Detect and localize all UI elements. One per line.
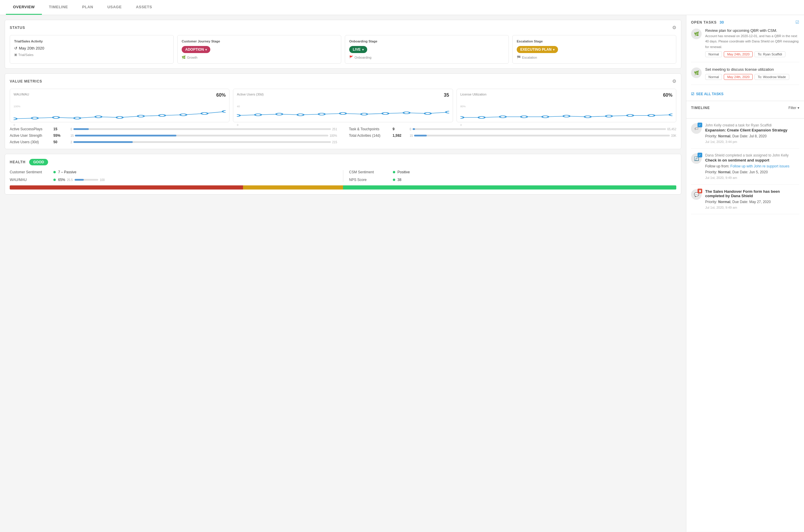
health-col-right: CSM Sentiment Positive NPS Score 38 — [349, 170, 677, 182]
svg-point-21 — [446, 111, 449, 113]
svg-point-26 — [542, 116, 549, 118]
open-tasks-count: 30 — [720, 20, 724, 24]
open-tasks-title-wrap: OPEN TASKS 30 — [691, 20, 724, 24]
csm-sentiment-dot — [393, 171, 395, 173]
tl-3-priority: Priority: Normal, Due Date: May 27, 2020 — [705, 199, 799, 205]
health-col-left: Customer Sentiment 7 – Passive WAU/MAU 6… — [10, 170, 337, 182]
metric-total-activities-bar: 15 33K — [410, 134, 676, 137]
tab-plan[interactable]: PLAN — [75, 0, 100, 15]
task-2-title: Set meeting to discuss license utilizati… — [705, 67, 799, 72]
tab-overview[interactable]: OVERVIEW — [6, 0, 42, 15]
active-users-value: 35 — [444, 93, 449, 98]
live-badge[interactable]: LIVE ▾ — [349, 46, 367, 53]
tab-assets[interactable]: ASSETS — [129, 0, 159, 15]
svg-point-9 — [201, 113, 208, 115]
tab-bar: OVERVIEW TIMELINE PLAN USAGE ASSETS — [0, 0, 804, 15]
open-tasks-section: OPEN TASKS 30 ☑ 🌿 Review plan for upcomi… — [686, 15, 804, 101]
adoption-badge[interactable]: ADOPTION ▾ — [182, 46, 210, 53]
trial-sales-label: Trial/Sales Activity — [14, 39, 169, 43]
svg-point-14 — [297, 114, 304, 116]
color-bar-segment — [210, 185, 243, 190]
task-2-due-tag: May 24th, 2020 — [724, 74, 753, 80]
customer-journey-label: Customer Journey Stage — [182, 39, 337, 43]
tab-timeline[interactable]: TIMELINE — [42, 0, 75, 15]
metric-user-strength-bar: 15 100% — [71, 134, 337, 137]
task-2-to-tag: To: Woodrow Wade — [754, 74, 789, 80]
metric-task-touchpoints-bar: 0 65,452 — [410, 128, 676, 131]
svg-point-32 — [669, 114, 673, 116]
health-csm-sentiment: CSM Sentiment Positive — [349, 170, 677, 174]
trial-sales-date: ↺ May 20th 2020 — [14, 46, 169, 51]
health-customer-sentiment: Customer Sentiment 7 – Passive — [10, 170, 337, 174]
wau-mau-bar-max: 100 — [100, 178, 105, 182]
color-bar-segment — [476, 185, 510, 190]
tl-3-content: The Sales Handover Form form has been co… — [705, 189, 799, 209]
color-bar-segment — [76, 185, 110, 190]
timeline-item-1: 🏷 ✓ John Kelly created a task for Ryan S… — [691, 118, 799, 149]
task-1-content: Review plan for upcoming QBR with CSM.Ac… — [705, 28, 799, 57]
tl-1-detail: Priority: Normal, Due Date: Jul 8, 2020 — [705, 134, 799, 139]
wau-mau-chart: 100% — [14, 104, 226, 118]
tab-usage[interactable]: USAGE — [100, 0, 129, 15]
svg-point-6 — [138, 115, 144, 117]
wau-mau-bar — [75, 179, 98, 181]
executing-plan-badge[interactable]: EXECUTING PLAN ▾ — [517, 46, 558, 53]
chart-wau-mau: WAU/MAU 60% 100% — [10, 89, 230, 122]
growth-icon: 🌿 — [182, 55, 186, 59]
tl-1-check: ✓ — [697, 122, 702, 127]
metric-successplays-bar: 0 251 — [71, 128, 337, 131]
svg-point-5 — [116, 116, 123, 118]
metric-active-users-bar: 2 215 — [71, 140, 337, 144]
task-item-2: 🌿 Set meeting to discuss license utiliza… — [691, 67, 799, 85]
task-2-content: Set meeting to discuss license utilizati… — [705, 67, 799, 80]
status-customer-journey: Customer Journey Stage ADOPTION ▾ 🌿 Grow… — [177, 35, 341, 64]
svg-point-2 — [53, 116, 59, 118]
color-bar-segment — [443, 185, 476, 190]
color-bar-segment — [43, 185, 76, 190]
main-layout: STATUS ⚙ Trial/Sales Activity ↺ May 20th… — [0, 15, 804, 532]
csm-sentiment-label: CSM Sentiment — [349, 170, 390, 174]
nps-score-label: NPS Score — [349, 178, 390, 182]
timeline-section-header: TIMELINE Filter ▾ — [691, 106, 799, 110]
metric-user-strength-val: 55% — [53, 134, 68, 138]
metrics-settings-icon[interactable]: ⚙ — [672, 78, 676, 84]
wau-mau-bar-wrap: 65% 25.5 100 — [58, 178, 105, 182]
chevron-down-icon: ▾ — [205, 48, 207, 51]
tl-1-content: John Kelly created a task for Ryan Scaff… — [705, 123, 799, 144]
active-users-title: Active Users (30d) — [237, 93, 263, 96]
tl-2-date: Jul 1st, 2020, 9:49 am — [705, 176, 799, 179]
task-2-priority-tag: Normal — [705, 74, 722, 80]
tl-3-title: The Sales Handover Form form has been co… — [705, 189, 799, 198]
timeline-filter-btn[interactable]: Filter ▾ — [788, 106, 799, 110]
see-all-tasks-link[interactable]: ☑ SEE ALL TASKS — [691, 90, 799, 96]
svg-point-29 — [605, 115, 612, 117]
onboarding-sub: 🚩 Onboarding — [349, 55, 504, 59]
wau-mau-title: WAU/MAU — [14, 93, 29, 96]
timeline-items: 🏷 ✓ John Kelly created a task for Ryan S… — [686, 118, 804, 214]
wau-mau-health-label: WAU/MAU — [10, 178, 51, 182]
tl-3-form-icon: 📋 — [697, 189, 702, 193]
metric-active-users-30d: Active Users (30d) 50 2 215 — [10, 140, 337, 144]
tl-2-priority-val: Normal — [718, 170, 730, 174]
wau-mau-value: 60% — [216, 93, 226, 98]
right-panel: OPEN TASKS 30 ☑ 🌿 Review plan for upcomi… — [686, 15, 804, 532]
license-util-value: 60% — [663, 93, 673, 98]
task-1-title: Review plan for upcoming QBR with CSM.Ac… — [705, 28, 799, 50]
svg-point-22 — [460, 116, 464, 118]
svg-point-8 — [180, 114, 187, 116]
svg-point-31 — [648, 114, 655, 116]
status-settings-icon[interactable]: ⚙ — [672, 25, 676, 30]
tasks-check-icon[interactable]: ☑ — [796, 20, 799, 24]
tl-1-date: Jul 1st, 2020, 3:44 pm — [705, 140, 799, 144]
metric-total-activities-label: Total Activities (14d) — [349, 134, 390, 138]
svg-point-3 — [74, 117, 80, 119]
tl-2-link[interactable]: Follow up with John re support issues — [730, 164, 789, 168]
metric-total-activities: Total Activities (14d) 1,592 15 33K — [349, 134, 676, 138]
color-bar-segment — [143, 185, 176, 190]
see-all-check-icon: ☑ — [691, 92, 694, 96]
tl-2-check: ✓ — [697, 153, 702, 157]
tl-3-date: Jul 1st, 2020, 9:49 am — [705, 206, 799, 209]
color-bar-segment — [310, 185, 343, 190]
metric-successplays: Active SuccessPlays 15 0 251 — [10, 127, 337, 131]
nps-score-dot — [393, 178, 395, 181]
